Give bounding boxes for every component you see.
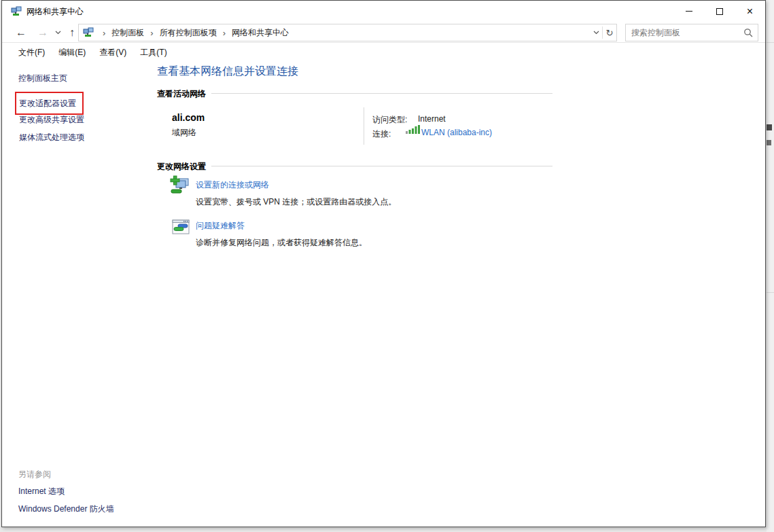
page-title: 查看基本网络信息并设置连接 bbox=[157, 65, 298, 79]
active-networks-heading: 查看活动网络 bbox=[157, 88, 206, 100]
breadcrumb: › 控制面板 › 所有控制面板项 › 网络和共享中心 bbox=[96, 27, 289, 39]
troubleshoot-icon bbox=[172, 218, 190, 236]
network-name: ali.com bbox=[172, 112, 205, 123]
divider bbox=[211, 166, 552, 166]
see-also-heading: 另请参阅 bbox=[18, 469, 51, 480]
minimize-button[interactable] bbox=[673, 1, 704, 22]
search-icon[interactable] bbox=[743, 28, 753, 37]
breadcrumb-network-sharing-center[interactable]: 网络和共享中心 bbox=[232, 27, 289, 39]
sidebar-item-change-adapter-settings[interactable]: 更改适配器设置 bbox=[19, 99, 76, 108]
close-button[interactable]: × bbox=[735, 1, 765, 22]
address-dropdown-chevron-icon[interactable] bbox=[590, 24, 602, 41]
access-type-label: 访问类型: bbox=[372, 114, 407, 126]
titlebar: 网络和共享中心 × bbox=[2, 1, 765, 22]
network-sharing-center-window: 网络和共享中心 × ← → ↑ › 控制面板 › 所有控制面板项 bbox=[1, 0, 766, 527]
address-bar[interactable]: › 控制面板 › 所有控制面板项 › 网络和共享中心 ↻ bbox=[78, 24, 617, 41]
breadcrumb-all-items[interactable]: 所有控制面板项 bbox=[160, 27, 217, 39]
sidebar-item-advanced-sharing-settings[interactable]: 更改高级共享设置 bbox=[19, 114, 84, 126]
setup-new-connection-desc: 设置宽带、拨号或 VPN 连接；或设置路由器或接入点。 bbox=[196, 196, 396, 208]
sidebar-item-internet-options[interactable]: Internet 选项 bbox=[18, 486, 65, 497]
divider bbox=[211, 93, 552, 94]
menu-view[interactable]: 查看(V) bbox=[99, 47, 126, 58]
divider bbox=[364, 107, 364, 145]
change-settings-heading: 更改网络设置 bbox=[157, 161, 206, 173]
network-kind: 域网络 bbox=[172, 127, 196, 139]
search-box bbox=[625, 24, 758, 41]
recent-pages-chevron-icon[interactable] bbox=[52, 22, 63, 43]
menu-tools[interactable]: 工具(T) bbox=[140, 47, 166, 58]
refresh-icon[interactable]: ↻ bbox=[603, 24, 616, 41]
setup-new-connection-link[interactable]: 设置新的连接或网络 bbox=[196, 179, 269, 191]
sidebar-item-windows-defender-firewall[interactable]: Windows Defender 防火墙 bbox=[18, 503, 114, 515]
menu-bar: 文件(F) 编辑(E) 查看(V) 工具(T) bbox=[2, 43, 765, 62]
wlan-connection-link[interactable]: WLAN (alibaba-inc) bbox=[421, 128, 492, 137]
wifi-signal-icon bbox=[406, 124, 420, 134]
menu-edit[interactable]: 编辑(E) bbox=[58, 47, 86, 58]
access-type-value: Internet bbox=[418, 114, 446, 124]
breadcrumb-separator-icon: › bbox=[150, 28, 153, 38]
breadcrumb-separator-icon: › bbox=[103, 28, 105, 38]
troubleshoot-problems-desc: 诊断并修复网络问题，或者获得疑难解答信息。 bbox=[196, 237, 367, 249]
menu-file[interactable]: 文件(F) bbox=[18, 47, 45, 58]
back-button[interactable]: ← bbox=[12, 22, 31, 43]
connection-label: 连接: bbox=[372, 128, 391, 140]
maximize-button[interactable] bbox=[704, 1, 735, 22]
navigation-toolbar: ← → ↑ › 控制面板 › 所有控制面板项 › 网络和共享中心 bbox=[2, 22, 765, 43]
sidebar-item-media-streaming-options[interactable]: 媒体流式处理选项 bbox=[19, 132, 84, 143]
troubleshoot-problems-link[interactable]: 问题疑难解答 bbox=[196, 220, 245, 232]
search-input[interactable] bbox=[626, 28, 743, 37]
background-artifact bbox=[767, 140, 771, 145]
adapter-settings-highlight-box: 更改适配器设置 bbox=[15, 92, 84, 115]
breadcrumb-control-panel[interactable]: 控制面板 bbox=[111, 27, 144, 39]
network-icon bbox=[83, 27, 94, 38]
sidebar-item-control-panel-home[interactable]: 控制面板主页 bbox=[18, 73, 67, 84]
breadcrumb-separator-icon: › bbox=[223, 28, 226, 38]
background-artifact bbox=[767, 124, 772, 130]
forward-button[interactable]: → bbox=[33, 22, 52, 43]
background-window-edge bbox=[767, 0, 774, 532]
new-connection-icon bbox=[170, 175, 190, 196]
window-title: 网络和共享中心 bbox=[27, 6, 84, 18]
network-icon bbox=[11, 6, 22, 17]
